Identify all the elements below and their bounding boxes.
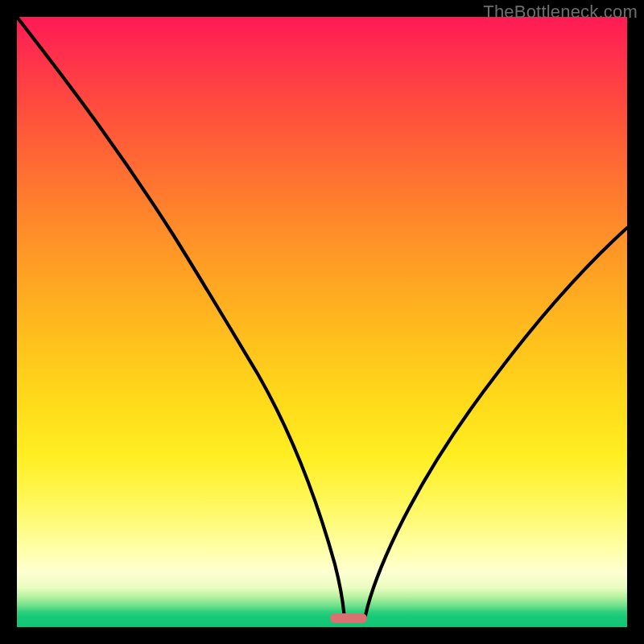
min-marker-pill <box>330 613 367 623</box>
watermark-text: TheBottleneck.com <box>483 2 638 23</box>
bottleneck-curve <box>17 17 627 627</box>
plot-area <box>17 17 627 627</box>
chart-frame: TheBottleneck.com <box>0 0 644 644</box>
curve-right-branch <box>365 228 627 619</box>
curve-left-branch <box>17 17 345 619</box>
